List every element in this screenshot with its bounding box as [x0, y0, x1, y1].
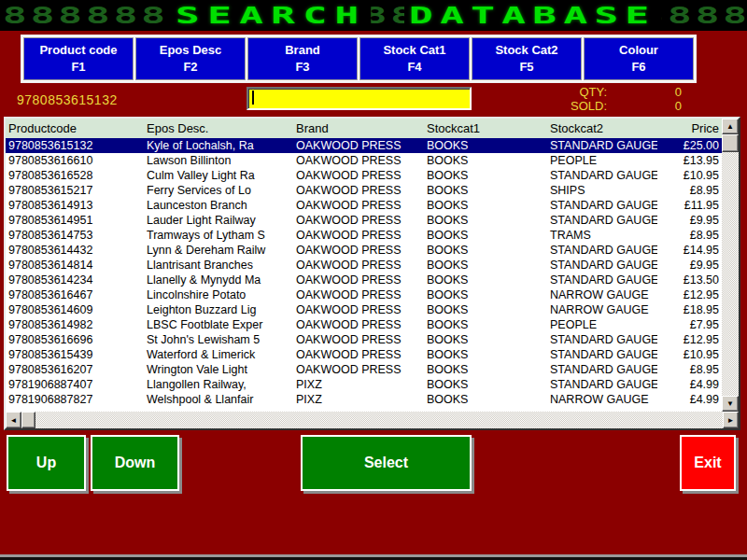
cell: BOOKS — [424, 198, 547, 213]
cell: PIXZ — [293, 392, 424, 407]
right-arrow-icon: ► — [727, 416, 735, 425]
down-button[interactable]: Down — [91, 435, 179, 491]
cell: 9780853615132 — [6, 138, 144, 153]
table-row[interactable]: 9780853616207Wrington Vale LightOAKWOOD … — [6, 362, 722, 377]
table-row[interactable]: 9780853614234Llanelly & Mynydd MaOAKWOOD… — [6, 273, 722, 287]
fkey-strip: Product codeF1Epos DescF2BrandF3Stock Ca… — [21, 35, 697, 83]
cell: OAKWOOD PRESS — [293, 198, 424, 213]
scroll-up-button[interactable]: ▲ — [722, 119, 739, 134]
table-row[interactable]: 9780853615132Kyle of Lochalsh, RaOAKWOOD… — [6, 138, 722, 153]
cell: Launceston Branch — [144, 198, 293, 213]
page-title-database: DATABASE — [404, 3, 661, 28]
table-row[interactable]: 9780853615217Ferry Services of LoOAKWOOD… — [6, 183, 722, 198]
cell: BOOKS — [424, 302, 547, 317]
cell: 9780853614951 — [6, 213, 144, 228]
column-header-price[interactable]: Price — [657, 121, 722, 135]
fkey-key: F1 — [24, 59, 133, 76]
cell: 9780853614432 — [6, 243, 144, 258]
cell: 9780853614913 — [6, 198, 144, 213]
fkey-key: F6 — [585, 59, 693, 76]
horizontal-scroll-thumb[interactable] — [21, 412, 35, 428]
select-button[interactable]: Select — [301, 435, 472, 491]
scroll-down-button[interactable]: ▼ — [722, 396, 739, 412]
cell: Llangollen Railway, — [144, 377, 293, 392]
sold-label: SOLD: — [523, 99, 607, 113]
cell: BOOKS — [424, 377, 547, 392]
cell: Lincolnshire Potato — [144, 287, 293, 302]
table-header: ProductcodeEpos Desc.BrandStockcat1Stock… — [6, 119, 722, 138]
table-row[interactable]: 9781906887827Welshpool & LlanfairPIXZBOO… — [6, 392, 722, 407]
table-row[interactable]: 9780853614432Lynn & Dereham RailwOAKWOOD… — [6, 243, 722, 258]
fkey-button-f3[interactable]: BrandF3 — [247, 37, 358, 80]
fkey-button-f6[interactable]: ColourF6 — [584, 37, 694, 80]
fkey-button-f5[interactable]: Stock Cat2F5 — [472, 37, 582, 80]
sold-value: 0 — [598, 99, 682, 113]
cell: NARROW GAUGE — [547, 287, 657, 302]
fkey-label: Stock Cat2 — [472, 42, 581, 59]
cell: STANDARD GAUGE — [547, 198, 657, 213]
column-header-epos-desc-[interactable]: Epos Desc. — [144, 121, 293, 135]
cell: Ferry Services of Lo — [144, 183, 293, 198]
cell: BOOKS — [424, 317, 547, 332]
table-row[interactable]: 9780853614609Leighton Buzzard LigOAKWOOD… — [6, 302, 722, 317]
cell: STANDARD GAUGE — [547, 138, 657, 153]
horizontal-scrollbar[interactable]: ◄ ► — [6, 412, 739, 428]
fkey-button-f4[interactable]: Stock Cat1F4 — [359, 37, 470, 80]
column-header-stockcat1[interactable]: Stockcat1 — [424, 121, 547, 135]
exit-button[interactable]: Exit — [680, 435, 736, 491]
cell: 9780853615217 — [6, 183, 144, 198]
cell: £8.95 — [657, 362, 722, 377]
cell: 9780853616467 — [6, 287, 144, 302]
cell: OAKWOOD PRESS — [293, 287, 424, 302]
table-row[interactable]: 9780853616528Culm Valley Light RaOAKWOOD… — [6, 168, 722, 183]
scroll-left-button[interactable]: ◄ — [6, 412, 21, 428]
table-row[interactable]: 9780853615439Waterford & LimerickOAKWOOD… — [6, 347, 722, 362]
cell: STANDARD GAUGE — [547, 168, 657, 183]
cell: £9.95 — [657, 258, 722, 273]
up-button[interactable]: Up — [7, 435, 86, 491]
search-input[interactable] — [247, 87, 472, 110]
cell: PEOPLE — [547, 153, 657, 168]
table-row[interactable]: 9780853614913Launceston BranchOAKWOOD PR… — [6, 198, 722, 213]
cell: BOOKS — [424, 153, 547, 168]
cell: 9780853614753 — [6, 228, 144, 243]
page-title-search: SEARCH — [171, 3, 372, 28]
table-row[interactable]: 9780853614814Llantrisant BranchesOAKWOOD… — [6, 258, 722, 273]
cell: £18.95 — [657, 302, 722, 317]
cell: OAKWOOD PRESS — [293, 347, 424, 362]
cell: £11.95 — [657, 198, 722, 213]
vertical-scroll-thumb[interactable] — [722, 134, 739, 152]
table-row[interactable]: 9781906887407Llangollen Railway,PIXZBOOK… — [6, 377, 722, 392]
table-row[interactable]: 9780853614951Lauder Light RailwayOAKWOOD… — [6, 213, 722, 228]
fkey-button-f2[interactable]: Epos DescF2 — [135, 37, 246, 80]
table-row[interactable]: 9780853614982LBSC Footblate ExperOAKWOOD… — [6, 317, 722, 332]
cell: BOOKS — [424, 168, 547, 183]
fkey-button-f1[interactable]: Product codeF1 — [23, 37, 134, 80]
column-header-brand[interactable]: Brand — [293, 121, 424, 135]
title-bar: 888888888888888888888888888 SEARCH DATAB… — [0, 0, 747, 31]
cell: BOOKS — [424, 183, 547, 198]
table-row[interactable]: 9780853616696St John's Lewisham 5OAKWOOD… — [6, 332, 722, 347]
cell: 9780853616610 — [6, 153, 144, 168]
cell: Llantrisant Branches — [144, 258, 293, 273]
column-header-productcode[interactable]: Productcode — [6, 121, 144, 135]
cell: STANDARD GAUGE — [547, 332, 657, 347]
cell: NARROW GAUGE — [547, 302, 657, 317]
cell: £10.95 — [657, 168, 722, 183]
cell: £7.95 — [657, 317, 722, 332]
cell: 9781906887407 — [6, 377, 144, 392]
vertical-scrollbar[interactable]: ▲ ▼ — [722, 119, 739, 412]
cell: 9780853614814 — [6, 258, 144, 273]
table-row[interactable]: 9780853614753Tramways of Lytham SOAKWOOD… — [6, 228, 722, 243]
up-arrow-icon: ▲ — [726, 122, 734, 131]
table-row[interactable]: 9780853616467Lincolnshire PotatoOAKWOOD … — [6, 287, 722, 302]
scroll-right-button[interactable]: ► — [723, 412, 739, 428]
fkey-label: Stock Cat1 — [360, 42, 469, 59]
column-header-stockcat2[interactable]: Stockcat2 — [547, 121, 657, 135]
fkey-label: Brand — [248, 42, 357, 59]
search-database-screen: 888888888888888888888888888 SEARCH DATAB… — [0, 0, 747, 560]
cell: BOOKS — [424, 213, 547, 228]
cell: SHIPS — [547, 183, 657, 198]
table-row[interactable]: 9780853616610Lawson BillintonOAKWOOD PRE… — [6, 153, 722, 168]
fkey-label: Colour — [585, 42, 693, 59]
